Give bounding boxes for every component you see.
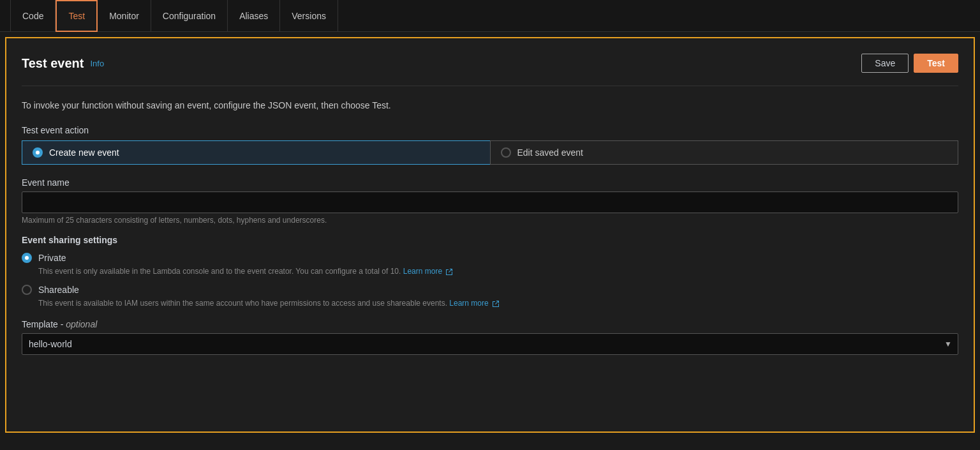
create-new-event-label: Create new event [49,147,119,158]
template-select-wrapper: hello-worldapigateway-aws-proxycloudwatc… [22,333,958,355]
template-group: Template - optional hello-worldapigatewa… [22,319,958,355]
tab-versions[interactable]: Versions [280,0,338,32]
edit-saved-event-radio[interactable] [501,147,511,158]
test-event-panel: Test event Info Save Test To invoke your… [5,37,975,433]
shareable-radio-row[interactable]: Shareable [22,285,958,295]
tab-code[interactable]: Code [10,0,56,32]
tab-configuration[interactable]: Configuration [151,0,228,32]
save-button[interactable]: Save [861,54,909,73]
shareable-learn-more-link[interactable]: Learn more [449,299,488,308]
header-divider [22,86,958,86]
test-button[interactable]: Test [914,54,958,73]
private-external-link-icon [445,268,453,276]
panel-title: Test event [22,56,84,71]
create-new-event-radio[interactable] [33,147,43,158]
test-event-action-group: Create new event Edit saved event [22,140,958,165]
sharing-section-label: Event sharing settings [22,235,958,245]
tab-aliases[interactable]: Aliases [228,0,280,32]
event-name-hint: Maximum of 25 characters consisting of l… [22,216,958,225]
info-link[interactable]: Info [90,59,104,68]
private-radio[interactable] [22,253,32,263]
description-text: To invoke your function without saving a… [22,99,958,112]
event-name-input[interactable] [22,191,958,213]
test-event-action-label: Test event action [22,125,958,135]
shareable-label: Shareable [38,285,79,295]
shareable-external-link-icon [492,300,500,308]
tab-test[interactable]: Test [56,0,98,32]
shareable-radio[interactable] [22,285,32,295]
event-name-label: Event name [22,177,958,188]
private-description: This event is only available in the Lamb… [22,266,958,277]
panel-title-group: Test event Info [22,56,104,71]
private-label: Private [38,253,66,263]
template-label: Template - optional [22,319,958,329]
panel-header: Test event Info Save Test [22,54,958,73]
event-name-group: Event name Maximum of 25 characters cons… [22,177,958,225]
shareable-description: This event is available to IAM users wit… [22,297,958,309]
tab-monitor[interactable]: Monitor [98,0,151,32]
top-navigation: Code Test Monitor Configuration Aliases … [0,0,980,32]
edit-saved-event-label: Edit saved event [517,147,584,158]
shareable-option: Shareable This event is available to IAM… [22,285,958,309]
private-radio-row[interactable]: Private [22,253,958,263]
edit-saved-event-option[interactable]: Edit saved event [490,140,959,165]
template-optional: optional [66,319,97,329]
create-new-event-option[interactable]: Create new event [22,140,490,165]
template-select[interactable]: hello-worldapigateway-aws-proxycloudwatc… [22,333,958,355]
header-buttons: Save Test [861,54,958,73]
private-learn-more-link[interactable]: Learn more [403,267,442,276]
private-option: Private This event is only available in … [22,253,958,277]
